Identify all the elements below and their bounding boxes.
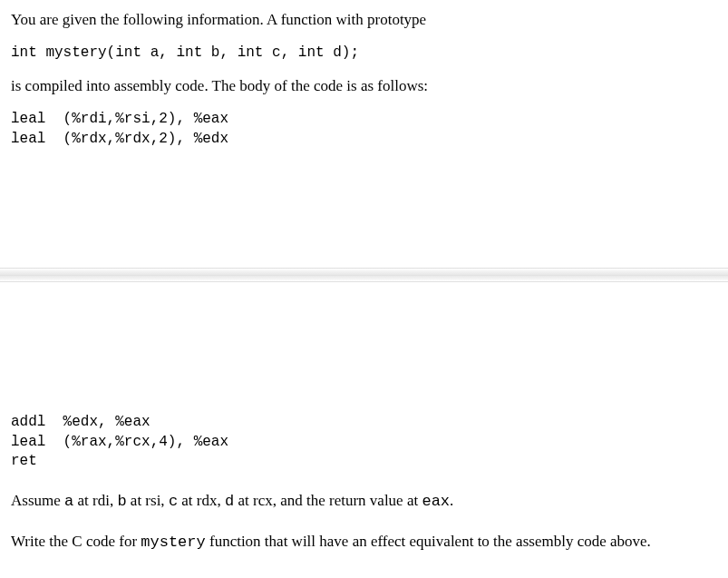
compiled-text: is compiled into assembly code. The body… [11, 75, 717, 97]
var-d: d [225, 493, 234, 510]
fn-mystery: mystery [141, 534, 205, 551]
txt: at rsi, [127, 492, 169, 509]
txt: at rdx, [178, 492, 225, 509]
asm-line: leal (%rdi,%rsi,2), %eax [11, 111, 228, 127]
reg-eax: eax [422, 493, 450, 510]
write-pre: Write the C code for [11, 533, 141, 550]
assume-text: Assume a at rdi, b at rsi, c at rdx, d a… [11, 490, 717, 513]
write-post: function that will have an effect equiva… [206, 533, 651, 550]
txt: at rcx, and the return value at [234, 492, 422, 509]
txt: . [450, 492, 453, 509]
write-text: Write the C code for mystery function th… [11, 531, 717, 554]
asm-line: leal (%rax,%rcx,4), %eax [11, 434, 228, 450]
var-b: b [117, 493, 126, 510]
upper-section: You are given the following information.… [11, 9, 717, 158]
asm-block-1: leal (%rdi,%rsi,2), %eax leal (%rdx,%rdx… [11, 110, 717, 149]
document-page: You are given the following information.… [0, 0, 728, 578]
asm-block-2: addl %edx, %eax leal (%rax,%rcx,4), %eax… [11, 413, 717, 472]
asm-line: addl %edx, %eax [11, 414, 150, 430]
var-a: a [64, 493, 73, 510]
separator-band [0, 268, 728, 282]
prototype-code: int mystery(int a, int b, int c, int d); [11, 44, 717, 64]
assume-pre: Assume [11, 492, 64, 509]
var-c: c [169, 493, 178, 510]
lower-section: addl %edx, %eax leal (%rax,%rcx,4), %eax… [11, 413, 717, 562]
asm-line: leal (%rdx,%rdx,2), %edx [11, 131, 228, 147]
asm-line: ret [11, 453, 37, 469]
intro-text: You are given the following information.… [11, 9, 717, 31]
txt: at rdi, [73, 492, 117, 509]
